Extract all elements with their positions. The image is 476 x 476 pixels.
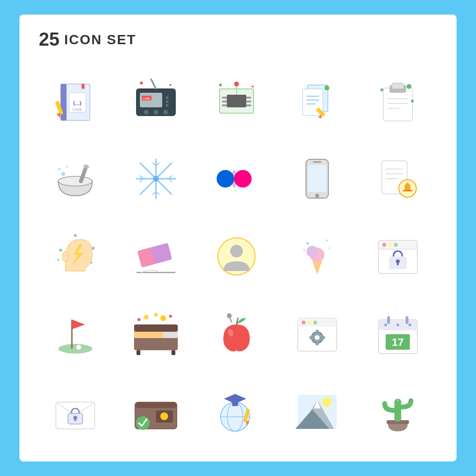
header-number: 25 <box>39 29 59 50</box>
svg-rect-26 <box>246 97 251 99</box>
svg-rect-140 <box>316 341 319 345</box>
svg-point-17 <box>153 110 158 115</box>
svg-point-90 <box>74 234 77 237</box>
svg-point-40 <box>324 85 329 90</box>
svg-point-96 <box>230 245 243 257</box>
svg-rect-139 <box>316 330 319 334</box>
svg-point-126 <box>137 318 140 321</box>
svg-point-87 <box>92 247 95 250</box>
svg-point-134 <box>302 321 306 324</box>
icon-wallet-check <box>119 375 192 448</box>
svg-rect-116 <box>134 337 178 350</box>
svg-point-112 <box>58 344 92 354</box>
svg-marker-114 <box>72 320 85 329</box>
svg-point-50 <box>58 176 92 186</box>
svg-point-54 <box>58 168 61 170</box>
svg-marker-97 <box>312 261 322 274</box>
main-card: 25 ICON SET {...} CODE <box>19 15 457 461</box>
svg-rect-27 <box>246 101 251 102</box>
icon-education-globe <box>200 375 273 448</box>
icon-grid: {...} CODE LIVE <box>39 65 437 448</box>
svg-point-20 <box>170 84 171 86</box>
svg-rect-22 <box>227 95 246 107</box>
icon-user-profile <box>200 220 273 293</box>
svg-point-103 <box>303 249 305 251</box>
icon-cactus-pot <box>361 375 434 448</box>
svg-rect-24 <box>222 101 227 102</box>
svg-point-70 <box>234 170 252 187</box>
svg-rect-25 <box>222 104 227 106</box>
icon-ice-cream <box>281 220 354 293</box>
svg-point-107 <box>388 243 392 247</box>
svg-point-99 <box>306 246 318 257</box>
icon-mountain-landscape <box>281 375 354 448</box>
svg-point-32 <box>252 85 254 87</box>
icon-calendar: 17 <box>361 298 434 371</box>
svg-point-74 <box>315 194 319 198</box>
svg-rect-165 <box>232 402 238 406</box>
header-title: ICON SET <box>64 32 136 48</box>
svg-point-89 <box>57 259 59 261</box>
svg-point-15 <box>166 104 169 107</box>
svg-point-160 <box>136 416 150 430</box>
icon-mortar-pestle <box>39 142 112 215</box>
svg-rect-75 <box>313 161 322 163</box>
icon-bed-sleep <box>119 298 192 371</box>
svg-point-13 <box>166 96 169 99</box>
svg-point-115 <box>76 345 81 350</box>
svg-point-127 <box>169 315 172 318</box>
svg-text:LIVE: LIVE <box>143 97 150 100</box>
icon-code-book: {...} CODE <box>39 65 112 137</box>
svg-point-84 <box>62 252 69 261</box>
icon-live-radio: LIVE <box>119 65 192 137</box>
icon-flickr-dots <box>200 142 273 215</box>
svg-point-102 <box>328 247 330 249</box>
svg-rect-142 <box>321 336 325 339</box>
svg-line-12 <box>151 79 156 89</box>
svg-point-55 <box>66 166 68 168</box>
svg-rect-1 <box>61 84 67 120</box>
svg-rect-120 <box>134 324 178 332</box>
svg-rect-157 <box>135 402 177 408</box>
icon-email-lock <box>39 375 112 448</box>
svg-point-101 <box>326 239 328 241</box>
svg-point-31 <box>219 84 222 86</box>
icon-apple-fruit <box>200 298 273 371</box>
svg-point-149 <box>384 323 387 326</box>
svg-point-125 <box>160 315 166 321</box>
svg-rect-121 <box>136 350 140 355</box>
svg-text:{...}: {...} <box>73 100 82 106</box>
svg-rect-73 <box>308 165 326 192</box>
svg-point-130 <box>227 313 232 318</box>
svg-point-100 <box>306 242 309 245</box>
svg-point-29 <box>234 82 239 86</box>
svg-text:17: 17 <box>392 336 404 348</box>
svg-point-106 <box>382 243 386 247</box>
svg-point-150 <box>396 323 399 326</box>
svg-point-159 <box>160 412 168 420</box>
icon-electric-mind <box>39 220 112 293</box>
svg-point-53 <box>61 172 65 176</box>
svg-point-124 <box>154 313 158 317</box>
icon-eraser <box>119 220 192 293</box>
svg-rect-111 <box>397 261 399 265</box>
svg-point-68 <box>153 176 159 182</box>
svg-point-108 <box>394 243 398 247</box>
icon-settings-browser <box>281 298 354 371</box>
svg-rect-28 <box>246 104 251 106</box>
svg-point-48 <box>380 88 383 91</box>
svg-rect-82 <box>405 186 410 190</box>
icon-snowflake <box>119 142 192 215</box>
svg-point-19 <box>140 82 143 85</box>
svg-point-18 <box>163 110 168 115</box>
icon-golf-flag <box>39 298 112 371</box>
header: 25 ICON SET <box>39 29 437 50</box>
icon-clipboard <box>361 65 434 137</box>
svg-point-138 <box>315 335 320 340</box>
svg-rect-119 <box>134 331 163 338</box>
svg-point-86 <box>59 249 62 252</box>
svg-rect-146 <box>406 316 408 324</box>
svg-text:CODE: CODE <box>72 108 83 111</box>
svg-point-151 <box>408 323 411 326</box>
icon-secure-website <box>361 220 434 293</box>
